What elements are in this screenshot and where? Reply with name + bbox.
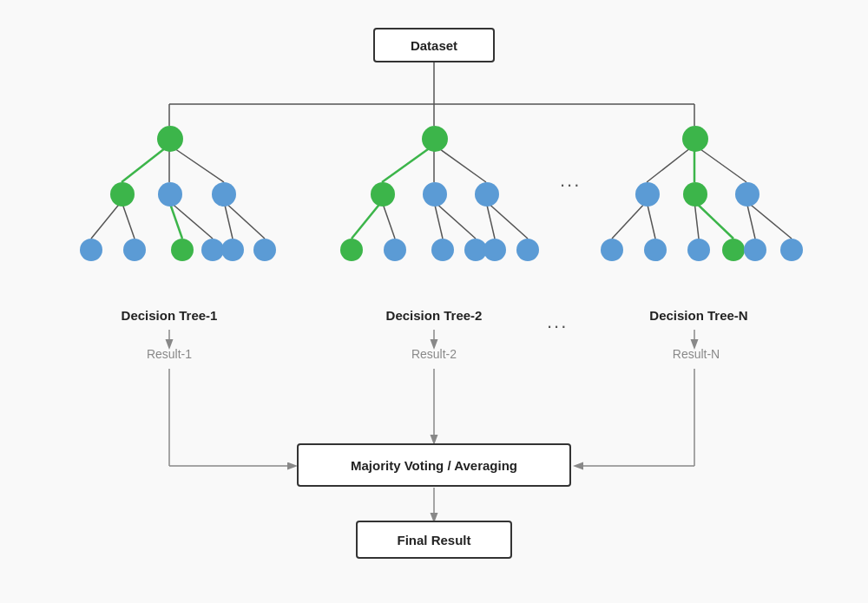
majority-voting-box: Majority Voting / Averaging	[297, 443, 571, 487]
svg-line-16	[434, 145, 486, 182]
result1-label: Result-1	[122, 347, 217, 361]
svg-line-18	[382, 201, 395, 239]
tree2-l3-1	[340, 239, 363, 261]
tree2-l3-2	[384, 239, 406, 261]
diagram: Dataset ... Decision Tree-1 Decision Tre…	[0, 0, 868, 603]
tree1-root	[157, 126, 183, 152]
tree2-l3-5	[483, 239, 506, 261]
treeN-l3-3	[687, 239, 710, 261]
treeN-l2-left	[635, 182, 660, 206]
svg-line-22	[486, 201, 528, 239]
svg-line-7	[169, 145, 224, 182]
treeN-root	[682, 126, 708, 152]
treeN-l2-mid	[683, 182, 707, 206]
dots-between-labels: ...	[547, 311, 568, 333]
final-result-box: Final Result	[356, 521, 512, 559]
dataset-label: Dataset	[411, 38, 457, 53]
connector-lines	[0, 0, 868, 603]
treeN-l3-1	[601, 239, 623, 261]
treeN-l2-right	[735, 182, 760, 206]
majority-voting-label: Majority Voting / Averaging	[351, 458, 517, 473]
svg-line-8	[91, 201, 122, 239]
treeN-l3-5	[744, 239, 766, 261]
dots-between-trees: ...	[560, 169, 581, 192]
svg-line-27	[647, 201, 655, 239]
tree1-label: Decision Tree-1	[104, 308, 234, 323]
tree2-l2-mid	[423, 182, 447, 206]
svg-line-25	[694, 145, 746, 182]
svg-line-12	[224, 201, 233, 239]
tree2-root	[422, 126, 448, 152]
svg-line-10	[169, 201, 182, 239]
tree1-l3-6	[253, 239, 276, 261]
svg-line-19	[434, 201, 443, 239]
tree2-l2-left	[371, 182, 395, 206]
svg-line-11	[169, 201, 213, 239]
svg-line-20	[434, 201, 476, 239]
svg-line-26	[612, 201, 647, 239]
tree2-l2-right	[475, 182, 499, 206]
tree2-l3-6	[516, 239, 539, 261]
tree1-l3-2	[123, 239, 146, 261]
svg-line-9	[122, 201, 135, 239]
svg-line-30	[746, 201, 755, 239]
svg-line-21	[486, 201, 495, 239]
svg-line-23	[647, 145, 694, 182]
tree2-l3-3	[431, 239, 454, 261]
result2-label: Result-2	[386, 347, 482, 361]
tree1-l3-1	[80, 239, 102, 261]
tree1-l3-5	[221, 239, 244, 261]
final-result-label: Final Result	[397, 533, 470, 547]
dataset-box: Dataset	[373, 28, 495, 62]
treeN-l3-4	[722, 239, 745, 261]
svg-line-17	[352, 201, 382, 239]
svg-line-5	[122, 145, 169, 182]
svg-line-29	[694, 201, 733, 239]
resultN-label: Result-N	[648, 347, 744, 361]
treeN-l3-6	[780, 239, 803, 261]
treeN-label: Decision Tree-N	[634, 308, 764, 323]
svg-line-13	[224, 201, 265, 239]
svg-line-31	[746, 201, 792, 239]
tree1-l3-3	[171, 239, 194, 261]
tree2-label: Decision Tree-2	[365, 308, 503, 323]
svg-line-28	[694, 201, 699, 239]
tree1-l2-left	[110, 182, 135, 206]
treeN-l3-2	[644, 239, 667, 261]
tree1-l2-right	[212, 182, 236, 206]
svg-line-14	[382, 145, 434, 182]
tree1-l2-mid	[158, 182, 182, 206]
